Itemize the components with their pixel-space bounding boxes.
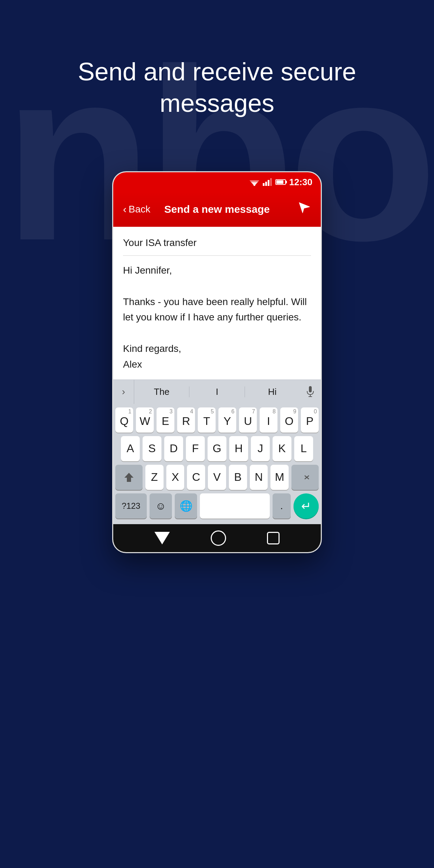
key-p[interactable]: 0P	[301, 407, 319, 433]
suggestion-i[interactable]: I	[189, 386, 245, 397]
key-m[interactable]: M	[270, 465, 289, 490]
key-z[interactable]: Z	[145, 465, 164, 490]
header-title: Send and receive secure messages	[78, 58, 356, 117]
key-r[interactable]: 4R	[177, 407, 195, 433]
key-e[interactable]: 3E	[157, 407, 174, 433]
app-bar-title: Send a new message	[164, 203, 270, 215]
app-header: ‹ Back Send a new message	[113, 192, 321, 227]
key-w[interactable]: 2W	[136, 407, 154, 433]
key-a[interactable]: A	[121, 436, 140, 461]
key-y[interactable]: 6Y	[218, 407, 236, 433]
shift-key[interactable]	[115, 465, 143, 490]
status-icons: 12:30	[249, 177, 313, 188]
emoji-key[interactable]: ☺	[150, 493, 172, 519]
status-bar: 12:30	[113, 172, 321, 192]
back-button[interactable]: ‹ Back	[123, 203, 150, 215]
send-cursor-icon[interactable]	[298, 201, 311, 218]
svg-marker-11	[124, 473, 133, 482]
delete-key[interactable]	[291, 465, 319, 490]
svg-rect-7	[270, 178, 272, 186]
keyboard-row-1: 1Q 2W 3E 4R 5T 6Y 7U 8I 9O 0P	[115, 407, 319, 433]
wifi-icon	[249, 178, 259, 186]
page-header: Send and receive secure messages	[0, 56, 434, 119]
key-u[interactable]: 7U	[239, 407, 257, 433]
back-nav-button[interactable]	[154, 532, 170, 544]
enter-key[interactable]: ↵	[294, 493, 319, 519]
svg-rect-8	[309, 386, 312, 392]
microphone-button[interactable]	[300, 380, 321, 404]
keyboard[interactable]: 1Q 2W 3E 4R 5T 6Y 7U 8I 9O 0P A S D F G …	[113, 404, 321, 524]
keyboard-bottom-row: ?123 ☺ 🌐 . ↵	[115, 493, 319, 519]
key-t[interactable]: 5T	[198, 407, 216, 433]
svg-rect-5	[265, 182, 267, 186]
suggestion-hi[interactable]: Hi	[245, 386, 300, 397]
suggestion-the[interactable]: The	[134, 386, 189, 397]
android-nav-bar	[113, 524, 321, 552]
keyboard-suggestions-bar: › The I Hi	[113, 379, 321, 404]
battery-icon	[275, 179, 286, 185]
key-j[interactable]: J	[251, 436, 270, 461]
key-n[interactable]: N	[250, 465, 268, 490]
keyboard-row-3: Z X C V B N M	[115, 465, 319, 490]
svg-rect-6	[268, 180, 269, 186]
recents-nav-button[interactable]	[267, 532, 280, 544]
key-q[interactable]: 1Q	[115, 407, 133, 433]
phone-frame: 12:30 ‹ Back Send a new message Your ISA…	[112, 171, 322, 553]
suggestions-list: The I Hi	[134, 386, 300, 397]
key-c[interactable]: C	[187, 465, 205, 490]
globe-key[interactable]: 🌐	[175, 493, 197, 519]
key-x[interactable]: X	[166, 465, 185, 490]
home-nav-button[interactable]	[211, 530, 226, 546]
phone-mockup: 12:30 ‹ Back Send a new message Your ISA…	[112, 171, 322, 553]
expand-suggestions-button[interactable]: ›	[113, 380, 134, 404]
key-s[interactable]: S	[143, 436, 161, 461]
key-g[interactable]: G	[208, 436, 226, 461]
key-o[interactable]: 9O	[280, 407, 298, 433]
key-h[interactable]: H	[229, 436, 248, 461]
key-v[interactable]: V	[208, 465, 226, 490]
key-f[interactable]: F	[186, 436, 205, 461]
keyboard-row-2: A S D F G H J K L	[115, 436, 319, 461]
key-k[interactable]: K	[273, 436, 291, 461]
key-i[interactable]: 8I	[260, 407, 277, 433]
period-key[interactable]: .	[273, 493, 291, 519]
key-b[interactable]: B	[229, 465, 247, 490]
key-l[interactable]: L	[294, 436, 313, 461]
back-label: Back	[129, 204, 150, 215]
back-chevron-icon: ‹	[123, 203, 126, 215]
signal-icon	[263, 178, 272, 186]
subject-field[interactable]: Your ISA transfer	[123, 237, 311, 256]
numbers-key[interactable]: ?123	[115, 493, 147, 519]
message-body[interactable]: Hi Jennifer, Thanks - you have been real…	[123, 263, 311, 372]
svg-rect-4	[263, 183, 265, 186]
key-d[interactable]: D	[164, 436, 183, 461]
status-time: 12:30	[289, 177, 313, 188]
compose-area[interactable]: Your ISA transfer Hi Jennifer, Thanks - …	[113, 227, 321, 379]
space-key[interactable]	[200, 493, 270, 519]
